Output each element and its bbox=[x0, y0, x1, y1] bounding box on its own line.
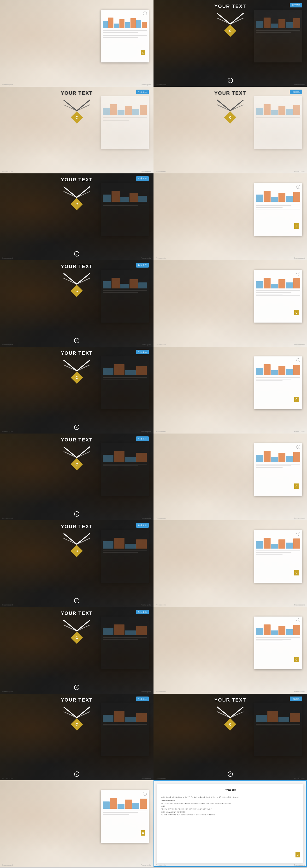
circle-check-18: ✓ bbox=[228, 771, 233, 777]
slide-preview-1: i C bbox=[101, 10, 149, 62]
slide-grid: i C Freemoopoint Freemoopoint bbox=[0, 0, 307, 867]
slide-cell-8[interactable]: i C Freemoopoint Freemoopoint bbox=[154, 260, 307, 347]
slide-cell-5[interactable]: 다운로드 YOUR TEXT C bbox=[0, 174, 154, 260]
watermark-right-8: Freemoopoint bbox=[294, 344, 305, 346]
download-btn-5[interactable]: 다운로드 bbox=[136, 176, 149, 181]
slide-cell-20[interactable]: 자격한 결포 여기에 텍스트를 입력하십시오. 이 레이아웃은 문서 슬라이드를… bbox=[154, 780, 307, 867]
mini-chart-2 bbox=[256, 16, 300, 28]
slide-cell-11[interactable]: 다운로드 YOUR TEXT C bbox=[0, 434, 154, 520]
chevron-icon-15 bbox=[62, 619, 91, 632]
chevron-container-2: C bbox=[216, 12, 245, 35]
your-text-label-11: YOUR TEXT bbox=[61, 437, 93, 443]
doc-content-20: 자격한 결포 여기에 텍스트를 입력하십시오. 이 레이아웃은 문서 슬라이드를… bbox=[157, 784, 303, 863]
slide-preview-13 bbox=[101, 530, 149, 583]
chevron-container-4: C bbox=[216, 99, 245, 122]
circle-check-2: ✓ bbox=[228, 78, 233, 83]
watermark-right-20: Freemoopoint bbox=[294, 864, 305, 866]
chevron-icon-11 bbox=[62, 445, 91, 459]
slide-preview-7 bbox=[101, 270, 149, 322]
slide-cell-4[interactable]: 다운로드 YOUR TEXT C bbox=[154, 87, 307, 174]
slide-cell-6[interactable]: i C Freemoopoint Freemoopoint bbox=[154, 174, 307, 260]
chevron-container-13: C bbox=[62, 532, 91, 555]
doc-section-1: 1. FREEmoopoint 소개 bbox=[161, 800, 300, 802]
gold-diamond-11: C bbox=[71, 458, 83, 470]
your-text-label-3: YOUR TEXT bbox=[61, 90, 93, 96]
chevron-icon-13 bbox=[62, 532, 91, 546]
slide-cell-14[interactable]: i C Freemoopoint Freemoopoint bbox=[154, 520, 307, 607]
chevron-container-3: C bbox=[62, 99, 91, 122]
slide-preview-15 bbox=[101, 617, 149, 670]
slide-cell-12[interactable]: i C Freemoopoint Freemoopoint bbox=[154, 434, 307, 520]
gold-badge-8: C bbox=[294, 310, 299, 315]
your-text-label-17: YOUR TEXT bbox=[61, 697, 93, 703]
watermark-right-2: Freemoopoint bbox=[294, 84, 305, 86]
watermark-left-16: Freemoopoint bbox=[156, 691, 166, 692]
download-btn-3[interactable]: 다운로드 bbox=[136, 90, 149, 94]
watermark-left-14: Freemoopoint bbox=[156, 604, 166, 606]
watermark-left-18: Freemoopoint bbox=[156, 777, 166, 779]
download-btn-9[interactable]: 다운로드 bbox=[136, 350, 149, 354]
watermark-right-4: Freemoopoint bbox=[294, 170, 305, 172]
circle-check-9: ✓ bbox=[74, 425, 79, 430]
info-icon-10: i bbox=[297, 358, 300, 362]
download-btn-7[interactable]: 다운로드 bbox=[136, 263, 149, 268]
chevron-container-9: C bbox=[62, 359, 91, 382]
watermark-left-2: Freemoopoint bbox=[156, 84, 166, 86]
download-btn-17[interactable]: 다운로드 bbox=[136, 696, 149, 701]
chevron-container-15: C bbox=[62, 619, 91, 642]
download-btn-15[interactable]: 다운로드 bbox=[136, 610, 149, 614]
chevron-container-18: C bbox=[216, 706, 245, 729]
download-btn-4[interactable]: 다운로드 bbox=[290, 90, 302, 94]
doc-divider bbox=[161, 794, 300, 794]
chevron-icon-18 bbox=[216, 706, 245, 719]
watermark-right-12: Freemoopoint bbox=[294, 517, 305, 519]
slide-cell-16[interactable]: i C Freemoopoint Freemoopoint bbox=[154, 607, 307, 694]
watermark-right-14: Freemoopoint bbox=[294, 604, 305, 606]
slide-preview-16: i C bbox=[254, 617, 302, 670]
watermark-right-18: Freemoopoint bbox=[294, 777, 305, 779]
chevron-container-7: C bbox=[62, 272, 91, 295]
slide-cell-7[interactable]: 다운로드 YOUR TEXT C bbox=[0, 260, 154, 347]
slide-cell-19[interactable]: i C Freemoopoint Freemoopoint bbox=[0, 780, 154, 867]
gold-diamond-4: C bbox=[224, 112, 237, 124]
chevron-icon-9 bbox=[62, 359, 91, 372]
download-btn-11[interactable]: 다운로드 bbox=[136, 436, 149, 441]
slide-cell-3[interactable]: 다운로드 YOUR TEXT C bbox=[0, 87, 154, 174]
slide-cell-1[interactable]: i C Freemoopoint Freemoopoint bbox=[0, 0, 154, 87]
doc-section-2: 2. 특징 bbox=[161, 806, 300, 807]
your-text-label-5: YOUR TEXT bbox=[61, 177, 93, 183]
download-btn-2[interactable]: 다운로드 bbox=[290, 3, 302, 7]
circle-check-11: ✓ bbox=[74, 512, 79, 517]
slide-cell-13[interactable]: 다운로드 YOUR TEXT C bbox=[0, 520, 154, 607]
your-text-label-18: YOUR TEXT bbox=[214, 697, 246, 703]
download-btn-18[interactable]: 다운로드 bbox=[290, 696, 302, 701]
watermark-left-19: Freemoopoint bbox=[2, 864, 13, 866]
chevron-icon-4 bbox=[216, 99, 245, 112]
your-text-label-9: YOUR TEXT bbox=[61, 350, 93, 356]
watermark-right-11: Freemoopoint bbox=[141, 517, 151, 519]
doc-section-3-body: 파일 크기를 최적화하여 빠른 로딩이 가능하도록 설계되었습니다. 클라우드 … bbox=[161, 814, 300, 816]
your-text-label-15: YOUR TEXT bbox=[61, 611, 93, 616]
slide-cell-2[interactable]: 다운로드 YOUR TEXT C bbox=[154, 0, 307, 87]
doc-section-2-body: 다양한 색상 테마와 레이아웃을 지원합니다. 사용자 친화적 인터페이스로 쉽… bbox=[161, 808, 300, 810]
gold-diamond-17: C bbox=[71, 718, 83, 731]
slide-preview-10: i C bbox=[254, 356, 302, 409]
slide-cell-9[interactable]: 다운로드 YOUR TEXT C bbox=[0, 347, 154, 434]
doc-section-1-body: 프리무포인트는 다양한 프레젠테이션 템플릿을 제공하는 서비스입니다. 고품질… bbox=[161, 802, 300, 804]
slide-cell-15[interactable]: 다운로드 YOUR TEXT C bbox=[0, 607, 154, 694]
slide-cell-18[interactable]: 다운로드 YOUR TEXT C bbox=[154, 694, 307, 780]
watermark-left-3: Freemoopoint bbox=[2, 170, 13, 172]
download-btn-13[interactable]: 다운로드 bbox=[136, 523, 149, 528]
gold-diamond-2: C bbox=[224, 25, 237, 37]
slide-cell-10[interactable]: i C Freemoopoint Freemoopoint bbox=[154, 347, 307, 434]
mini-lines-1 bbox=[103, 30, 147, 38]
gold-badge-20: C bbox=[296, 852, 300, 858]
gold-diamond-5: C bbox=[71, 198, 83, 210]
doc-section-3: 3. 기타 Salesgoal 파일사이즈에 대하여 bbox=[161, 811, 300, 813]
watermark-right-6: Freemoopoint bbox=[294, 257, 305, 259]
slide-preview-2 bbox=[254, 10, 302, 62]
slide-preview-12: i C bbox=[254, 443, 302, 496]
slide-cell-17[interactable]: 다운로드 YOUR TEXT C bbox=[0, 694, 154, 780]
slide-preview-3 bbox=[101, 96, 149, 149]
slide-preview-18 bbox=[254, 703, 302, 756]
